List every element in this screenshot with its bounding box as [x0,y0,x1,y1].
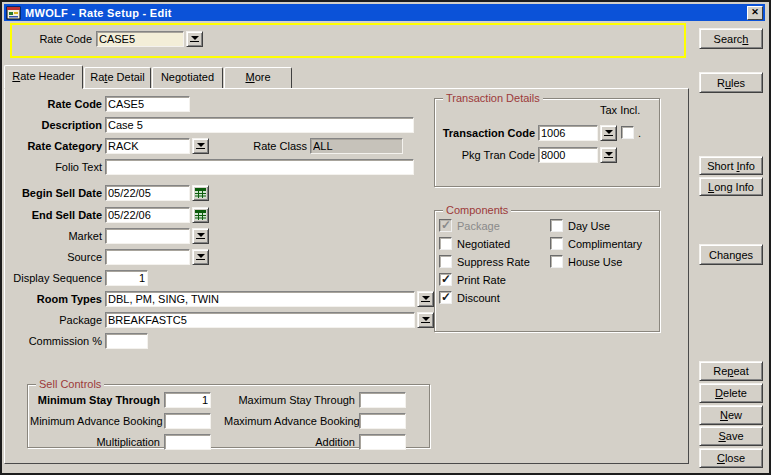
pkg-tran-code-input[interactable] [538,147,598,163]
delete-button-label: Delete [715,387,747,399]
transaction-code-input[interactable] [538,125,598,141]
dropdown-arrow-icon [196,254,205,260]
rate-category-lov-button[interactable] [192,138,209,154]
display-sequence-input[interactable] [105,270,148,286]
room-types-input[interactable] [105,291,415,307]
close-icon[interactable]: ✕ [747,6,763,20]
calendar-icon [195,210,206,220]
multiplication-input[interactable] [164,434,211,450]
min-stay-label: Minimum Stay Through [30,393,160,409]
market-lov-button[interactable] [192,228,209,244]
new-button[interactable]: New [699,405,763,425]
dropdown-arrow-icon [604,130,613,136]
complimentary-checkbox[interactable] [550,237,563,250]
package-lov-button[interactable] [417,312,434,328]
max-stay-label: Maximum Stay Through [224,393,355,409]
close-button-label: Close [717,452,745,464]
min-stay-input[interactable] [164,392,211,408]
save-button[interactable]: Save [699,426,763,446]
delete-button[interactable]: Delete [699,383,763,403]
print-rate-checkbox[interactable] [439,273,452,286]
rate-category-label: Rate Category [7,139,102,155]
component-house-use: House Use [550,255,622,268]
search-button[interactable]: Search [699,28,763,49]
folio-text-input[interactable] [105,159,414,175]
tab-more-label: More [245,71,270,83]
print-rate-checkbox-label: Print Rate [457,274,506,286]
component-negotiated: Negotiated [439,237,510,250]
suppress-rate-checkbox[interactable] [439,255,452,268]
tax-incl-label: Tax Incl. [600,103,650,119]
negotiated-checkbox-label: Negotiated [457,238,510,250]
rate-setup-window: MWOLF - Rate Setup - Edit ✕ Rate Code Ra… [0,0,771,475]
source-input[interactable] [105,249,190,265]
pkg-tran-code-lov-button[interactable] [600,147,617,163]
addition-input[interactable] [359,434,406,450]
calendar-icon [195,188,206,198]
begin-sell-date-input[interactable] [105,185,190,201]
tab-rate-header[interactable]: Rate Header [4,65,83,89]
package-field-label: Package [7,313,102,329]
dropdown-arrow-icon [421,296,430,302]
rate-class-field [310,138,403,154]
tab-more[interactable]: More [224,67,292,88]
tab-rate-detail[interactable]: Rate Detail [84,67,151,88]
package-checkbox-label: Package [457,220,500,232]
package-checkbox[interactable] [439,219,452,232]
title-bar: MWOLF - Rate Setup - Edit ✕ [4,4,765,21]
package-input[interactable] [105,312,415,328]
discount-checkbox[interactable] [439,291,452,304]
source-label: Source [7,250,102,266]
long-info-button[interactable]: Long Info [699,177,763,196]
max-adv-booking-label: Maximum Advance Booking [224,414,355,430]
changes-button[interactable]: Changes [699,244,763,265]
market-label: Market [7,229,102,245]
rate-category-input[interactable] [105,138,190,154]
description-input[interactable] [105,117,414,133]
rules-button[interactable]: Rules [699,72,763,93]
dropdown-arrow-icon [190,36,199,42]
negotiated-checkbox[interactable] [439,237,452,250]
close-button[interactable]: Close [699,448,763,468]
max-stay-input[interactable] [359,392,406,408]
topbar-rate-code-label: Rate Code [32,32,92,48]
min-adv-booking-label: Minimum Advance Booking [30,414,160,430]
sell-controls-title: Sell Controls [36,378,104,390]
room-types-label: Room Types [7,292,102,308]
long-info-button-label: Long Info [708,181,754,193]
component-package: Package [439,219,500,232]
room-types-lov-button[interactable] [417,291,434,307]
min-adv-booking-input[interactable] [164,413,211,429]
source-lov-button[interactable] [192,249,209,265]
component-suppress-rate: Suppress Rate [439,255,530,268]
topbar-rate-code-input[interactable] [96,31,184,47]
dropdown-arrow-icon [196,143,205,149]
day-use-checkbox[interactable] [550,219,563,232]
commission-input[interactable] [105,333,148,349]
component-complimentary: Complimentary [550,237,642,250]
transaction-code-lov-button[interactable] [600,125,617,141]
market-input[interactable] [105,228,190,244]
display-sequence-label: Display Sequence [7,271,102,287]
max-adv-booking-input[interactable] [359,413,406,429]
commission-label: Commission % [7,334,102,350]
begin-sell-date-calendar-button[interactable] [192,185,209,201]
folio-text-label: Folio Text [7,160,102,176]
rate-code-input[interactable] [105,96,190,112]
app-icon [6,6,21,20]
changes-button-label: Changes [709,249,753,261]
topbar-rate-code-lov-button[interactable] [186,31,203,47]
end-sell-date-calendar-button[interactable] [192,207,209,223]
end-sell-date-input[interactable] [105,207,190,223]
multiplication-label: Multiplication [30,435,160,451]
component-discount: Discount [439,291,500,304]
repeat-button[interactable]: Repeat [699,361,763,381]
pkg-tran-code-label: Pkg Tran Code [437,148,535,164]
tax-incl-checkbox[interactable] [621,126,634,139]
short-info-button[interactable]: Short Info [699,156,763,175]
tab-rate-detail-label: Rate Detail [90,71,144,83]
house-use-checkbox[interactable] [550,255,563,268]
tab-negotiated[interactable]: Negotiated [152,67,223,88]
window-title: MWOLF - Rate Setup - Edit [25,7,172,19]
component-print-rate: Print Rate [439,273,506,286]
